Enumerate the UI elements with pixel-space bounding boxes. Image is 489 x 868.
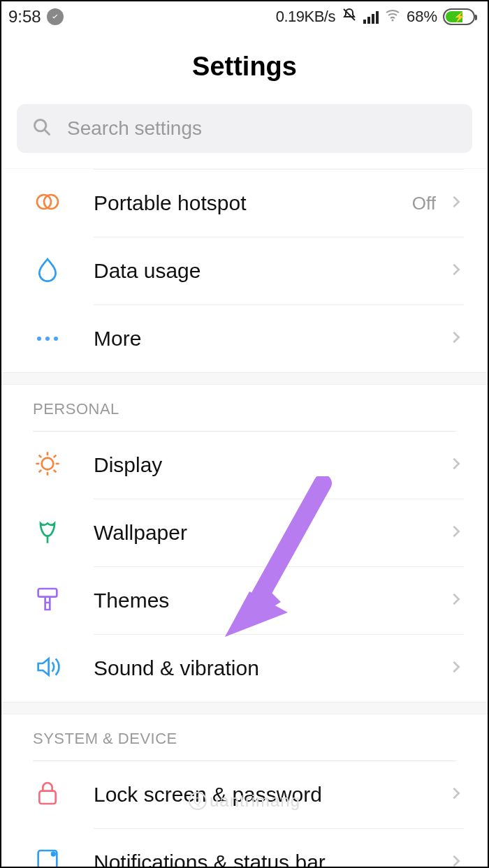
- group-header-system: SYSTEM & DEVICE: [1, 714, 488, 760]
- svg-point-5: [42, 458, 54, 470]
- row-portable-hotspot[interactable]: Portable hotspot Off: [1, 170, 488, 237]
- row-value: Off: [412, 193, 436, 214]
- row-label: More: [94, 327, 448, 351]
- chevron-right-icon: [448, 853, 464, 868]
- search-input[interactable]: [67, 117, 457, 140]
- hotspot-icon: [34, 188, 61, 219]
- sync-complete-icon: [47, 8, 64, 25]
- svg-line-2: [45, 130, 50, 135]
- lock-icon: [34, 779, 61, 810]
- row-label: Sound & vibration: [94, 656, 448, 680]
- water-drop-icon: [34, 256, 61, 286]
- status-right: 0.19KB/s 68% ⚡: [276, 6, 475, 27]
- more-icon: [37, 337, 58, 341]
- paint-roller-icon: [34, 585, 61, 616]
- watermark: Q uantrimang: [189, 791, 300, 811]
- search-container: [1, 104, 488, 168]
- row-label: Display: [94, 453, 448, 477]
- row-notifications[interactable]: Notifications & status bar: [1, 829, 488, 868]
- row-label: Data usage: [94, 259, 448, 283]
- row-themes[interactable]: Themes: [1, 567, 488, 634]
- svg-rect-7: [39, 791, 55, 804]
- row-data-usage[interactable]: Data usage: [1, 237, 488, 304]
- row-wallpaper[interactable]: Wallpaper: [1, 499, 488, 566]
- watermark-icon: Q: [189, 792, 207, 810]
- battery-icon: ⚡: [443, 8, 475, 25]
- mute-icon: [341, 6, 358, 27]
- chevron-right-icon: [448, 262, 464, 280]
- wifi-icon: [384, 6, 401, 27]
- svg-point-9: [51, 851, 56, 856]
- row-label: Themes: [94, 589, 448, 612]
- chevron-right-icon: [448, 659, 464, 677]
- status-time: 9:58: [8, 7, 41, 27]
- search-box[interactable]: [17, 104, 472, 153]
- chevron-right-icon: [448, 524, 464, 542]
- status-left: 9:58: [8, 7, 64, 27]
- sun-icon: [34, 450, 61, 480]
- notification-bar-icon: [34, 847, 61, 868]
- search-icon: [32, 117, 52, 140]
- speaker-icon: [34, 653, 61, 684]
- row-sound-vibration[interactable]: Sound & vibration: [1, 635, 488, 702]
- network-speed: 0.19KB/s: [276, 8, 335, 26]
- page-title: Settings: [1, 32, 488, 104]
- row-more[interactable]: More: [1, 305, 488, 372]
- chevron-right-icon: [448, 591, 464, 610]
- watermark-text: uantrimang: [210, 791, 300, 811]
- row-label: Wallpaper: [94, 521, 448, 545]
- group-header-personal: PERSONAL: [1, 385, 488, 431]
- row-label: Notifications & status bar: [94, 851, 448, 868]
- status-bar: 9:58 0.19KB/s 68% ⚡: [1, 1, 488, 32]
- chevron-right-icon: [448, 786, 464, 804]
- svg-rect-6: [38, 589, 57, 597]
- svg-point-0: [391, 20, 393, 22]
- row-label: Portable hotspot: [94, 191, 412, 215]
- battery-percent: 68%: [407, 8, 437, 26]
- tulip-icon: [34, 517, 61, 548]
- chevron-right-icon: [448, 330, 464, 348]
- chevron-right-icon: [448, 194, 464, 212]
- row-display[interactable]: Display: [1, 432, 488, 499]
- cellular-signal-icon: [363, 10, 379, 24]
- chevron-right-icon: [448, 456, 464, 474]
